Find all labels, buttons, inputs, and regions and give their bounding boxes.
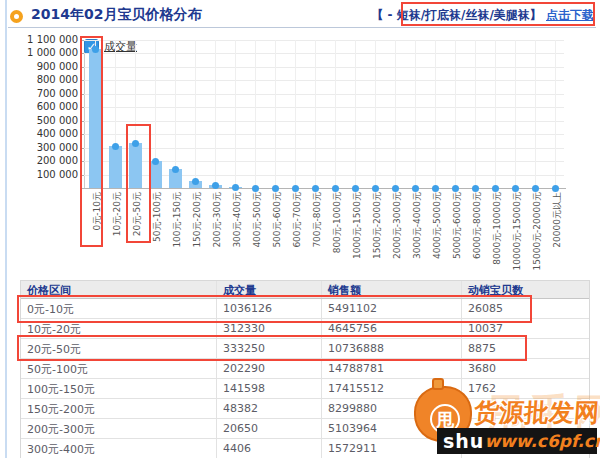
- gridline: [555, 40, 556, 188]
- gridline: [235, 40, 236, 188]
- x-axis-label: 10元-20元: [111, 192, 124, 236]
- legend-label[interactable]: 成交量: [104, 39, 137, 54]
- category-header: 【 - 短袜/打底袜/丝袜/美腿袜】 点击下载: [371, 7, 594, 24]
- table-cell: 150元-200元: [21, 399, 216, 418]
- table-cell: 5491102: [321, 299, 461, 318]
- table-row[interactable]: 100元-150元141598174155121762: [21, 379, 589, 399]
- x-axis-label: 6000元-8000元: [471, 192, 484, 259]
- bar-marker-dot: [112, 143, 119, 150]
- x-axis-label: 700元-800元: [311, 192, 324, 248]
- bar-10元-20元[interactable]: [109, 146, 122, 188]
- table-row[interactable]: 20元-50元333250107368888875: [21, 339, 589, 359]
- x-axis-label: 20元-50元: [131, 192, 144, 236]
- table-row[interactable]: 200元-300元206505103964: [21, 419, 589, 439]
- x-axis-label-wrap: 3000元-4000元: [409, 192, 421, 278]
- table-cell: 202290: [216, 359, 321, 378]
- x-axis-label: 200元-300元: [211, 192, 224, 248]
- gridline: [255, 40, 256, 188]
- table-cell: 200元-300元: [21, 419, 216, 438]
- gridline: [415, 40, 416, 188]
- table-cell: [461, 419, 589, 438]
- x-axis-label-wrap: 10000元-15000元: [509, 192, 521, 278]
- table-row[interactable]: 150元-200元483828299880: [21, 399, 589, 419]
- y-tick-mark: [80, 107, 84, 108]
- y-axis-line: [84, 40, 85, 188]
- bar-marker-dot: [392, 185, 399, 192]
- price-table: 价格区间成交量销售额动销宝贝数0元-10元1036126549110226085…: [20, 280, 590, 458]
- table-cell: 93: [461, 439, 589, 458]
- gridline: [195, 40, 196, 188]
- x-axis-label: 4000元-5000元: [431, 192, 444, 259]
- y-tick-label: 900 000: [0, 61, 78, 72]
- table-cell: 17415512: [321, 379, 461, 398]
- table-row[interactable]: 0元-10元1036126549110226085: [21, 299, 589, 319]
- bar-marker-dot: [252, 185, 259, 192]
- y-tick-mark: [80, 121, 84, 122]
- x-axis-label-wrap: 200元-300元: [209, 192, 221, 278]
- gridline: [275, 40, 276, 188]
- x-axis-label-wrap: 0元-10元: [89, 192, 101, 278]
- table-cell: 333250: [216, 339, 321, 358]
- gridline: [455, 40, 456, 188]
- column-header-1[interactable]: 价格区间: [21, 281, 216, 298]
- x-axis-label-wrap: 500元-600元: [269, 192, 281, 278]
- x-axis-label-wrap: 10元-20元: [109, 192, 121, 278]
- header-divider: [8, 27, 596, 28]
- gridline: [84, 40, 564, 41]
- page-title: 2014年02月宝贝价格分布: [31, 6, 201, 24]
- bar-marker-dot: [92, 46, 99, 53]
- bar-marker-dot: [452, 185, 459, 192]
- gridline: [84, 134, 564, 135]
- table-cell: 100元-150元: [21, 379, 216, 398]
- y-tick-label: 600 000: [0, 101, 78, 112]
- table-row[interactable]: 50元-100元202290147887813680: [21, 359, 589, 379]
- x-axis-label: 3000元-4000元: [411, 192, 424, 259]
- column-header-3[interactable]: 销售额: [321, 281, 461, 298]
- x-axis-label: 15000元-20000元: [531, 192, 544, 271]
- gridline: [295, 40, 296, 188]
- y-tick-label: 100 000: [0, 169, 78, 180]
- table-cell: 312330: [216, 319, 321, 338]
- bar-marker-dot: [532, 185, 539, 192]
- gridline: [475, 40, 476, 188]
- y-tick-label: 700 000: [0, 88, 78, 99]
- download-link[interactable]: 点击下载: [546, 8, 594, 22]
- bar-20元-50元[interactable]: [129, 143, 142, 188]
- y-tick-mark: [80, 53, 84, 54]
- table-header-row: 价格区间成交量销售额动销宝贝数: [21, 281, 589, 299]
- x-axis-label: 500元-600元: [271, 192, 284, 248]
- x-axis-label: 1500元-2000元: [371, 192, 384, 259]
- x-axis-label-wrap: 20元-50元: [129, 192, 141, 278]
- gridline: [315, 40, 316, 188]
- x-axis-label: 2000元-3000元: [391, 192, 404, 259]
- y-tick-mark: [80, 161, 84, 162]
- bar-0元-10元[interactable]: [89, 49, 102, 188]
- gridline: [535, 40, 536, 188]
- bar-50元-100元[interactable]: [149, 161, 162, 188]
- y-tick-mark: [80, 134, 84, 135]
- gridline: [395, 40, 396, 188]
- orange-ring-icon: [10, 10, 23, 23]
- y-tick-mark: [80, 94, 84, 95]
- table-cell: 3680: [461, 359, 589, 378]
- bar-marker-dot: [152, 158, 159, 165]
- x-axis-label: 50元-100元: [151, 192, 164, 242]
- column-header-2[interactable]: 成交量: [216, 281, 321, 298]
- gridline: [84, 148, 564, 149]
- x-axis-label-wrap: 400元-500元: [249, 192, 261, 278]
- table-cell: 300元-400元: [21, 439, 216, 458]
- gridline: [84, 94, 564, 95]
- table-row[interactable]: 300元-400元4406157291193: [21, 439, 589, 458]
- x-axis-label: 150元-200元: [191, 192, 204, 248]
- column-header-4[interactable]: 动销宝贝数: [461, 281, 589, 298]
- x-axis-label-wrap: 700元-800元: [309, 192, 321, 278]
- table-cell: 1036126: [216, 299, 321, 318]
- bar-marker-dot: [552, 185, 559, 192]
- table-row[interactable]: 10元-20元312330464575610037: [21, 319, 589, 339]
- bar-marker-dot: [492, 185, 499, 192]
- table-cell: 8875: [461, 339, 589, 358]
- y-tick-mark: [80, 40, 84, 41]
- y-tick-mark: [80, 148, 84, 149]
- y-tick-label: 800 000: [0, 74, 78, 85]
- table-cell: [461, 399, 589, 418]
